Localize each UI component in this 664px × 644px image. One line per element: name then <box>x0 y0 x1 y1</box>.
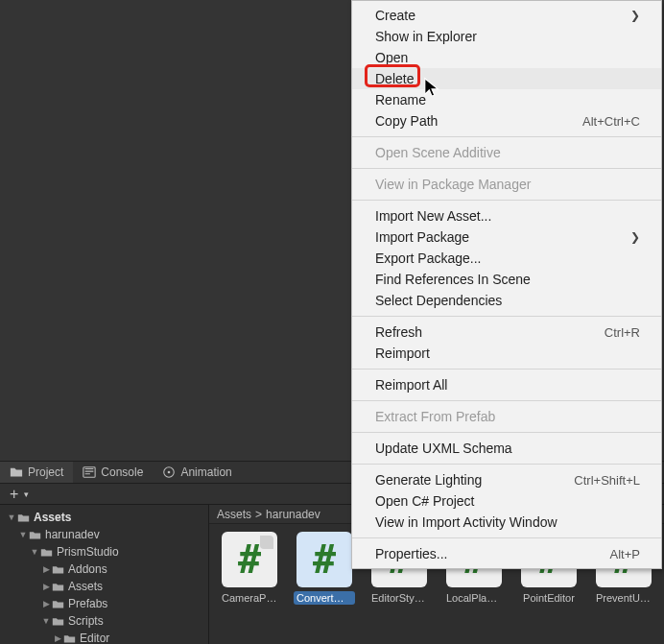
menu-label: Show in Explorer <box>375 29 477 44</box>
menu-separator <box>352 316 661 317</box>
expand-icon[interactable]: ▶ <box>40 599 52 608</box>
menu-export-package[interactable]: Export Package... <box>352 248 661 269</box>
folder-icon <box>63 632 76 645</box>
context-menu: Create ❯ Show in Explorer Open Delete Re… <box>351 0 662 569</box>
expand-icon[interactable]: ▶ <box>52 633 63 643</box>
menu-view-package-manager: View in Package Manager <box>352 174 661 195</box>
menu-rename[interactable]: Rename <box>352 89 661 110</box>
tree-label: Assets <box>68 580 103 593</box>
menu-label: Import Package <box>375 229 469 245</box>
expand-icon[interactable]: ▶ <box>40 582 52 591</box>
chevron-right-icon: > <box>255 508 262 521</box>
menu-label: Rename <box>375 92 426 107</box>
tree-item-assets-sub[interactable]: ▶ Assets <box>0 578 208 595</box>
tree-item-scripts[interactable]: ▼ Scripts <box>0 612 208 630</box>
menu-label: Find References In Scene <box>375 272 531 287</box>
tab-label: Project <box>28 465 63 479</box>
folder-icon <box>52 598 64 610</box>
menu-label: Delete <box>375 71 414 86</box>
tree-item-assets[interactable]: ▼ Assets <box>0 509 208 526</box>
expand-icon[interactable]: ▼ <box>29 547 40 557</box>
asset-label: PointEditor <box>520 591 578 605</box>
menu-show-explorer[interactable]: Show in Explorer <box>352 26 661 47</box>
menu-view-import-activity[interactable]: View in Import Activity Window <box>352 512 661 533</box>
folder-icon <box>29 529 41 541</box>
tree-label: Addons <box>68 562 107 576</box>
menu-label: Open <box>375 50 408 65</box>
menu-separator <box>352 168 661 169</box>
folder-icon <box>17 512 30 524</box>
menu-open-csharp-project[interactable]: Open C# Project <box>352 490 661 512</box>
tree-label: Assets <box>34 511 71 524</box>
animation-icon <box>162 465 176 479</box>
tree-label: Prefabs <box>68 597 107 610</box>
menu-label: View in Package Manager <box>375 177 531 192</box>
menu-reimport-all[interactable]: Reimport All <box>352 374 661 395</box>
menu-import-new-asset[interactable]: Import New Asset... <box>352 205 661 227</box>
script-icon: # <box>296 532 352 587</box>
menu-label: Reimport All <box>375 377 447 393</box>
asset-label: ConvertOl... <box>294 591 355 605</box>
expand-icon[interactable]: ▼ <box>17 530 29 539</box>
tab-animation[interactable]: Animation <box>153 462 241 483</box>
menu-label: Generate Lighting <box>375 472 482 488</box>
asset-label: EditorStyles <box>368 591 430 605</box>
add-button[interactable]: + <box>6 486 22 503</box>
menu-label: Properties... <box>375 546 447 561</box>
menu-open[interactable]: Open <box>352 47 661 68</box>
menu-separator <box>352 537 661 538</box>
tree-item-prefabs[interactable]: ▶ Prefabs <box>0 595 208 612</box>
tree-item-editor[interactable]: ▶ Editor <box>0 630 208 644</box>
menu-separator <box>352 200 661 201</box>
menu-label: Copy Path <box>375 113 438 129</box>
tree-item-prismstudio[interactable]: ▼ PrismStudio <box>0 543 208 561</box>
expand-icon[interactable]: ▼ <box>6 513 17 522</box>
expand-icon[interactable]: ▶ <box>40 564 52 574</box>
menu-label: Reimport <box>375 346 430 361</box>
menu-label: Create <box>375 8 415 23</box>
menu-label: Open C# Project <box>375 493 475 509</box>
menu-separator <box>352 136 661 137</box>
menu-label: Extract From Prefab <box>375 409 495 424</box>
tab-console[interactable]: Console <box>73 462 153 483</box>
menu-label: Export Package... <box>375 250 482 266</box>
expand-icon[interactable]: ▼ <box>40 616 52 626</box>
asset-label: LocalPlaye... <box>443 591 505 605</box>
tree-item-harunadev[interactable]: ▼ harunadev <box>0 526 208 543</box>
menu-generate-lighting[interactable]: Generate Lighting Ctrl+Shift+L <box>352 469 661 490</box>
menu-label: Update UXML Schema <box>375 441 512 456</box>
menu-extract-from-prefab: Extract From Prefab <box>352 406 661 427</box>
menu-separator <box>352 464 661 465</box>
menu-refresh[interactable]: Refresh Ctrl+R <box>352 322 661 343</box>
menu-properties[interactable]: Properties... Alt+P <box>352 543 661 564</box>
menu-separator <box>352 432 661 433</box>
menu-separator <box>352 400 661 401</box>
menu-label: Refresh <box>375 324 422 340</box>
menu-shortcut: Alt+P <box>610 547 640 561</box>
menu-delete[interactable]: Delete <box>352 68 661 89</box>
menu-create[interactable]: Create ❯ <box>352 5 661 26</box>
tree-item-addons[interactable]: ▶ Addons <box>0 561 208 578</box>
folder-icon <box>52 581 64 593</box>
breadcrumb-part[interactable]: Assets <box>217 508 251 521</box>
menu-update-uxml-schema[interactable]: Update UXML Schema <box>352 438 661 459</box>
menu-reimport[interactable]: Reimport <box>352 343 661 364</box>
asset-item[interactable]: # CameraPr... <box>219 532 280 636</box>
menu-select-dependencies[interactable]: Select Dependencies <box>352 290 661 311</box>
asset-label: PreventUn... <box>593 591 654 605</box>
tree-label: harunadev <box>45 528 100 541</box>
asset-label: CameraPr... <box>219 591 280 605</box>
asset-item-selected[interactable]: # ConvertOl... <box>294 532 355 636</box>
folder-icon <box>52 615 64 628</box>
menu-label: Import New Asset... <box>375 208 491 224</box>
menu-copy-path[interactable]: Copy Path Alt+Ctrl+C <box>352 110 661 131</box>
script-icon: # <box>222 532 277 587</box>
folder-icon <box>52 563 64 576</box>
menu-open-scene-additive: Open Scene Additive <box>352 142 661 163</box>
breadcrumb-part[interactable]: harunadev <box>266 508 320 521</box>
tab-project[interactable]: Project <box>0 462 73 483</box>
menu-import-package[interactable]: Import Package ❯ <box>352 227 661 248</box>
menu-shortcut: Ctrl+R <box>605 325 640 340</box>
add-dropdown-caret[interactable]: ▾ <box>24 489 29 499</box>
menu-find-references[interactable]: Find References In Scene <box>352 269 661 290</box>
